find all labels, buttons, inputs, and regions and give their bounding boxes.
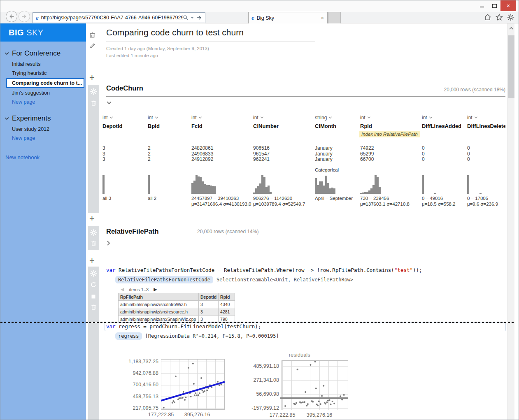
delete-cell-trash-icon[interactable] xyxy=(91,100,97,108)
sidebar-item[interactable]: Initial results xyxy=(0,60,86,69)
x-axis-tick-label: 177,222.85 xyxy=(264,412,301,418)
fit-scatter-plot xyxy=(161,359,225,410)
page-title: Comparing code churn to test churn xyxy=(106,28,244,37)
result-row: regress [RegressionData R²=0.214, F=15.8… xyxy=(115,332,279,340)
regression-result: [RegressionData R²=0.214, F=15.8, P=0.00… xyxy=(145,333,279,339)
go-arrow-icon[interactable] xyxy=(196,15,202,21)
sidebar-item[interactable]: Jim's suggestion xyxy=(0,88,86,97)
sidebar-section-header[interactable]: For Conference xyxy=(0,47,86,60)
column-type-dropdown[interactable]: int xyxy=(102,115,113,121)
rerun-refresh-icon[interactable] xyxy=(90,281,97,290)
y-axis-tick-label: 942,076.88 xyxy=(124,370,158,376)
column-value: 66700 xyxy=(360,156,374,162)
result-preview-table: RpFilePathDepotIdRpIdadmin/bin/snapinwiz… xyxy=(118,293,235,323)
sidebar-section-header[interactable]: Experiments xyxy=(0,112,86,125)
column-value: January xyxy=(315,151,333,157)
cell-settings-gear-icon[interactable] xyxy=(90,270,97,278)
collapse-chevron-icon[interactable] xyxy=(107,99,112,106)
column-type-dropdown[interactable]: int xyxy=(191,115,202,121)
sidebar-item[interactable]: New page xyxy=(0,134,86,143)
column-value: 961547 xyxy=(253,151,270,157)
add-cell-button[interactable]: + xyxy=(89,214,95,223)
column-name: CIMonth xyxy=(315,123,356,129)
new-tab-button[interactable] xyxy=(328,12,341,23)
delete-cell-trash-icon[interactable] xyxy=(91,304,97,312)
cell-settings-gear-icon[interactable] xyxy=(90,229,97,238)
column-histogram xyxy=(422,175,442,194)
y-axis-tick-label: -157,959.12 xyxy=(244,405,279,411)
table-cell: admin/bin/snapinwiz/src/resource.h xyxy=(119,308,199,316)
x-axis-tick-label: 395,276.16 xyxy=(301,412,338,418)
back-button[interactable] xyxy=(6,11,17,22)
column-value: 24906833 xyxy=(191,151,213,157)
close-button[interactable]: × xyxy=(500,0,516,11)
table-cell: 4340 xyxy=(219,301,235,308)
maximize-button[interactable] xyxy=(488,0,500,11)
delete-page-trash-icon[interactable] xyxy=(89,32,96,40)
column-type-dropdown[interactable]: int xyxy=(148,115,158,121)
stat-range: April – September xyxy=(315,196,353,201)
table-row: admin/bin/snapinwiz/src/IntroWiz.h34340 xyxy=(119,301,235,308)
url-text[interactable]: http://bigsky/pages/57790C80-FAA7-4766-A… xyxy=(41,15,183,21)
search-options-caret-icon[interactable] xyxy=(191,17,194,19)
scrollbar-thumb[interactable] xyxy=(508,35,514,98)
favorites-star-icon[interactable] xyxy=(496,14,503,21)
table-cell: admin/bin/snapinwiz/src/IntroWiz.h xyxy=(119,301,199,308)
minimize-button[interactable] xyxy=(476,0,488,11)
expand-chevron-icon[interactable] xyxy=(107,240,110,247)
stop-icon[interactable] xyxy=(91,293,96,301)
rows-scanned-info: 20,000 rows (scanned 14%) xyxy=(197,229,258,234)
last-edited-timestamp: Last edited 1 minute ago xyxy=(106,53,158,58)
column-type-dropdown[interactable]: int xyxy=(422,115,433,121)
pager-prev-icon[interactable]: ◀ xyxy=(121,287,124,292)
sidebar-item[interactable]: User study 2012 xyxy=(0,125,86,134)
forward-button[interactable] xyxy=(19,11,30,22)
y-axis-tick-label: 1,183,737.25 xyxy=(124,359,158,364)
table-row: admin/bin/snapinwiz/src/resource.h34281 xyxy=(119,308,235,316)
tab-close-icon[interactable]: × xyxy=(321,15,324,21)
column-value: 2 xyxy=(148,151,151,157)
maximize-icon xyxy=(492,4,497,8)
vertical-scrollbar[interactable] xyxy=(507,23,514,420)
y-axis-tick-label: 56,690.98 xyxy=(244,391,279,397)
new-notebook-link[interactable]: New notebook xyxy=(5,154,86,160)
column-type-dropdown[interactable]: int xyxy=(467,115,478,121)
pager-next-icon[interactable]: ▶ xyxy=(154,287,157,292)
minimize-icon xyxy=(480,4,484,7)
settings-gear-icon[interactable] xyxy=(507,14,514,21)
delete-cell-trash-icon[interactable] xyxy=(91,240,97,248)
variable-chip[interactable]: RelativeFilePathsForNonTestCode xyxy=(115,276,213,283)
stat-mean-sd: μ=18.5 σ=558.2 xyxy=(422,202,456,207)
back-arrow-icon xyxy=(8,13,15,20)
column-type-dropdown[interactable]: int xyxy=(360,115,371,121)
sidebar-item[interactable]: Comparing code churn to t... xyxy=(6,78,84,88)
code-line[interactable]: var RelativeFilePathsForNonTestCode = Re… xyxy=(106,267,422,273)
column-histogram xyxy=(148,175,150,194)
browser-tab[interactable]: e Big Sky × xyxy=(248,12,328,23)
cell-settings-gear-icon[interactable] xyxy=(90,88,97,97)
scroll-up-icon[interactable] xyxy=(508,23,514,32)
tab-title: Big Sky xyxy=(257,15,321,21)
column-type-dropdown[interactable]: string xyxy=(315,115,332,121)
x-axis-tick-label: 395,276.16 xyxy=(179,412,216,418)
stat-range: 24457897 – 39410363 xyxy=(191,196,239,201)
column-histogram xyxy=(360,175,381,194)
column-value: 962241 xyxy=(253,156,270,162)
add-cell-button[interactable]: + xyxy=(89,257,95,265)
hist-bar xyxy=(379,187,381,194)
search-icon[interactable] xyxy=(183,15,189,21)
home-icon[interactable] xyxy=(484,14,491,21)
add-cell-button[interactable]: + xyxy=(89,74,95,82)
column-type-dropdown[interactable]: int xyxy=(253,115,264,121)
edit-pencil-icon[interactable] xyxy=(89,42,96,51)
column-histogram xyxy=(467,175,488,194)
variable-chip[interactable]: regress xyxy=(115,332,142,340)
hist-bar xyxy=(422,175,424,194)
sidebar-item[interactable]: New page xyxy=(0,97,86,107)
stat-range: 906276 – 1142630 xyxy=(253,196,292,201)
title-divider xyxy=(106,42,315,42)
sidebar-item[interactable]: Trying heuristic xyxy=(0,69,86,78)
code-line[interactable]: var regress = prodChurn.FitLinearModel(t… xyxy=(106,323,261,330)
address-bar[interactable]: e http://bigsky/pages/57790C80-FAA7-4766… xyxy=(33,12,205,23)
app-logo: BIG SKY xyxy=(0,23,86,42)
